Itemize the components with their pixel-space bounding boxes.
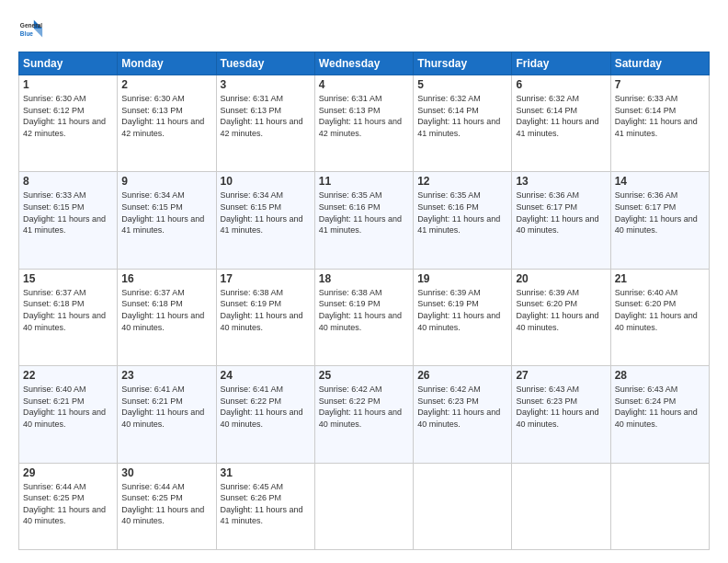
day-number: 12 — [417, 175, 507, 188]
day-info: Sunrise: 6:41 AM Sunset: 6:22 PM Dayligh… — [221, 384, 311, 430]
calendar-cell: 2 Sunrise: 6:30 AM Sunset: 6:13 PM Dayli… — [118, 75, 216, 172]
calendar-cell: 6 Sunrise: 6:32 AM Sunset: 6:14 PM Dayli… — [512, 75, 610, 172]
calendar-cell: 29 Sunrise: 6:44 AM Sunset: 6:25 PM Dayl… — [19, 463, 118, 549]
day-info: Sunrise: 6:42 AM Sunset: 6:23 PM Dayligh… — [417, 384, 507, 430]
day-number: 10 — [221, 175, 311, 188]
day-info: Sunrise: 6:41 AM Sunset: 6:21 PM Dayligh… — [121, 384, 211, 430]
calendar-cell: 30 Sunrise: 6:44 AM Sunset: 6:25 PM Dayl… — [118, 463, 216, 549]
header: General Blue — [18, 17, 710, 42]
page: General Blue SundayMondayTuesdayWednesda… — [0, 0, 728, 563]
day-number: 15 — [23, 272, 113, 285]
day-info: Sunrise: 6:38 AM Sunset: 6:19 PM Dayligh… — [319, 287, 409, 333]
day-number: 11 — [319, 175, 409, 188]
logo: General Blue — [18, 17, 44, 42]
day-number: 24 — [221, 369, 311, 382]
weekday-header: Friday — [512, 52, 610, 75]
calendar-cell: 25 Sunrise: 6:42 AM Sunset: 6:22 PM Dayl… — [314, 366, 413, 463]
calendar-cell: 5 Sunrise: 6:32 AM Sunset: 6:14 PM Dayli… — [414, 75, 512, 172]
calendar-cell — [610, 463, 709, 549]
calendar-cell: 16 Sunrise: 6:37 AM Sunset: 6:18 PM Dayl… — [118, 269, 216, 365]
day-info: Sunrise: 6:36 AM Sunset: 6:17 PM Dayligh… — [516, 190, 606, 236]
day-info: Sunrise: 6:34 AM Sunset: 6:15 PM Dayligh… — [221, 190, 311, 236]
calendar-cell: 23 Sunrise: 6:41 AM Sunset: 6:21 PM Dayl… — [118, 366, 216, 463]
calendar-cell: 11 Sunrise: 6:35 AM Sunset: 6:16 PM Dayl… — [314, 172, 413, 269]
calendar-cell: 28 Sunrise: 6:43 AM Sunset: 6:24 PM Dayl… — [610, 366, 709, 463]
calendar-cell: 21 Sunrise: 6:40 AM Sunset: 6:20 PM Dayl… — [610, 269, 709, 365]
day-info: Sunrise: 6:33 AM Sunset: 6:15 PM Dayligh… — [23, 190, 113, 236]
calendar-cell: 1 Sunrise: 6:30 AM Sunset: 6:12 PM Dayli… — [19, 75, 118, 172]
calendar-cell: 27 Sunrise: 6:43 AM Sunset: 6:23 PM Dayl… — [512, 366, 610, 463]
day-info: Sunrise: 6:31 AM Sunset: 6:13 PM Dayligh… — [221, 93, 311, 139]
calendar-cell — [314, 463, 413, 549]
weekday-header: Saturday — [610, 52, 709, 75]
day-info: Sunrise: 6:39 AM Sunset: 6:19 PM Dayligh… — [417, 287, 507, 333]
weekday-header: Monday — [118, 52, 216, 75]
calendar-cell — [512, 463, 610, 549]
calendar-cell: 7 Sunrise: 6:33 AM Sunset: 6:14 PM Dayli… — [610, 75, 709, 172]
calendar-cell: 15 Sunrise: 6:37 AM Sunset: 6:18 PM Dayl… — [19, 269, 118, 365]
day-info: Sunrise: 6:38 AM Sunset: 6:19 PM Dayligh… — [221, 287, 311, 333]
calendar-cell: 10 Sunrise: 6:34 AM Sunset: 6:15 PM Dayl… — [216, 172, 314, 269]
calendar-cell: 18 Sunrise: 6:38 AM Sunset: 6:19 PM Dayl… — [314, 269, 413, 365]
day-number: 28 — [615, 369, 705, 382]
day-number: 18 — [319, 272, 409, 285]
weekday-header: Sunday — [19, 52, 118, 75]
weekday-header: Thursday — [414, 52, 512, 75]
day-info: Sunrise: 6:40 AM Sunset: 6:21 PM Dayligh… — [23, 384, 113, 430]
calendar-cell — [414, 463, 512, 549]
weekday-header: Tuesday — [216, 52, 314, 75]
day-info: Sunrise: 6:30 AM Sunset: 6:12 PM Dayligh… — [23, 93, 113, 139]
day-info: Sunrise: 6:44 AM Sunset: 6:25 PM Dayligh… — [23, 481, 113, 527]
day-info: Sunrise: 6:31 AM Sunset: 6:13 PM Dayligh… — [319, 93, 409, 139]
day-number: 8 — [23, 175, 113, 188]
day-number: 14 — [615, 175, 705, 188]
calendar-cell: 19 Sunrise: 6:39 AM Sunset: 6:19 PM Dayl… — [414, 269, 512, 365]
calendar-cell: 31 Sunrise: 6:45 AM Sunset: 6:26 PM Dayl… — [216, 463, 314, 549]
day-number: 17 — [221, 272, 311, 285]
day-info: Sunrise: 6:30 AM Sunset: 6:13 PM Dayligh… — [121, 93, 211, 139]
day-info: Sunrise: 6:43 AM Sunset: 6:24 PM Dayligh… — [615, 384, 705, 430]
calendar-cell: 3 Sunrise: 6:31 AM Sunset: 6:13 PM Dayli… — [216, 75, 314, 172]
day-info: Sunrise: 6:32 AM Sunset: 6:14 PM Dayligh… — [516, 93, 606, 139]
day-number: 16 — [121, 272, 211, 285]
day-number: 3 — [221, 78, 311, 91]
day-number: 2 — [121, 78, 211, 91]
day-info: Sunrise: 6:35 AM Sunset: 6:16 PM Dayligh… — [319, 190, 409, 236]
day-info: Sunrise: 6:40 AM Sunset: 6:20 PM Dayligh… — [615, 287, 705, 333]
day-info: Sunrise: 6:33 AM Sunset: 6:14 PM Dayligh… — [615, 93, 705, 139]
calendar-table: SundayMondayTuesdayWednesdayThursdayFrid… — [18, 52, 710, 550]
day-number: 21 — [615, 272, 705, 285]
day-info: Sunrise: 6:39 AM Sunset: 6:20 PM Dayligh… — [516, 287, 606, 333]
day-info: Sunrise: 6:32 AM Sunset: 6:14 PM Dayligh… — [417, 93, 507, 139]
svg-text:Blue: Blue — [20, 30, 33, 37]
day-info: Sunrise: 6:37 AM Sunset: 6:18 PM Dayligh… — [23, 287, 113, 333]
calendar-cell: 26 Sunrise: 6:42 AM Sunset: 6:23 PM Dayl… — [414, 366, 512, 463]
day-number: 7 — [615, 78, 705, 91]
calendar-cell: 14 Sunrise: 6:36 AM Sunset: 6:17 PM Dayl… — [610, 172, 709, 269]
day-number: 19 — [417, 272, 507, 285]
day-info: Sunrise: 6:42 AM Sunset: 6:22 PM Dayligh… — [319, 384, 409, 430]
day-number: 29 — [23, 466, 113, 479]
day-number: 22 — [23, 369, 113, 382]
day-number: 20 — [516, 272, 606, 285]
day-number: 4 — [319, 78, 409, 91]
day-number: 26 — [417, 369, 507, 382]
day-number: 30 — [121, 466, 211, 479]
calendar-cell: 12 Sunrise: 6:35 AM Sunset: 6:16 PM Dayl… — [414, 172, 512, 269]
calendar-cell: 4 Sunrise: 6:31 AM Sunset: 6:13 PM Dayli… — [314, 75, 413, 172]
day-number: 25 — [319, 369, 409, 382]
day-info: Sunrise: 6:37 AM Sunset: 6:18 PM Dayligh… — [121, 287, 211, 333]
day-number: 5 — [417, 78, 507, 91]
day-info: Sunrise: 6:35 AM Sunset: 6:16 PM Dayligh… — [417, 190, 507, 236]
day-info: Sunrise: 6:36 AM Sunset: 6:17 PM Dayligh… — [615, 190, 705, 236]
day-number: 6 — [516, 78, 606, 91]
day-number: 31 — [221, 466, 311, 479]
day-info: Sunrise: 6:34 AM Sunset: 6:15 PM Dayligh… — [121, 190, 211, 236]
calendar-cell: 17 Sunrise: 6:38 AM Sunset: 6:19 PM Dayl… — [216, 269, 314, 365]
calendar-cell: 22 Sunrise: 6:40 AM Sunset: 6:21 PM Dayl… — [19, 366, 118, 463]
day-number: 27 — [516, 369, 606, 382]
day-number: 1 — [23, 78, 113, 91]
day-number: 9 — [121, 175, 211, 188]
weekday-header: Wednesday — [314, 52, 413, 75]
day-info: Sunrise: 6:43 AM Sunset: 6:23 PM Dayligh… — [516, 384, 606, 430]
